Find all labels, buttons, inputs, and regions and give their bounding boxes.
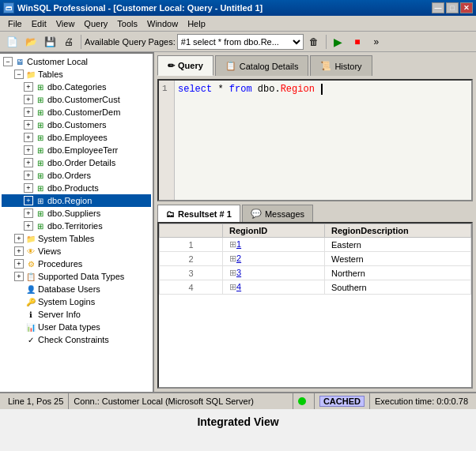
tree-sys-tables-label: System Tables	[38, 234, 94, 243]
pk-link-3[interactable]: 3	[236, 268, 241, 277]
tree-user-datatypes[interactable]: 📊 User Data types	[2, 321, 151, 333]
list-item[interactable]: + ⊞ dbo.Suppliers	[2, 207, 151, 220]
minimize-button[interactable]: —	[432, 2, 444, 13]
menu-help[interactable]: Help	[183, 17, 210, 30]
editor-content[interactable]: select * from dbo.Region	[175, 81, 471, 200]
table-expand-icon[interactable]: +	[24, 183, 33, 193]
open-button[interactable]: 📂	[22, 33, 40, 51]
more-button[interactable]: »	[368, 33, 385, 51]
tab-messages[interactable]: 💬 Messages	[242, 205, 313, 222]
tree-server-info[interactable]: ℹ Server Info	[2, 308, 151, 321]
menu-view[interactable]: View	[51, 17, 80, 30]
root-expand-icon[interactable]: −	[3, 57, 13, 66]
table-expand-icon[interactable]: +	[24, 107, 33, 117]
tree-check-constraints[interactable]: ✓ Check Constraints	[2, 333, 151, 346]
list-item[interactable]: + ⊞ dbo.Employees	[2, 131, 151, 144]
tab-resultset[interactable]: 🗂 Resultset # 1	[157, 205, 240, 222]
col-header-region-id[interactable]: RegionID	[223, 224, 325, 238]
tab-history[interactable]: 📜 History	[310, 55, 372, 76]
sys-tables-expand-icon[interactable]: +	[14, 234, 24, 243]
table-expand-icon[interactable]: +	[24, 82, 33, 92]
maximize-button[interactable]: □	[446, 2, 459, 13]
query-pages-dropdown[interactable]: #1 select * from dbo.Re...	[177, 34, 304, 50]
tree-procedures-folder[interactable]: + ⚙ Procedures	[2, 257, 151, 270]
tree-tables-label: Tables	[38, 70, 63, 79]
run-button[interactable]: ▶	[330, 33, 347, 51]
line-number-1: 1	[162, 84, 171, 93]
datatypes-expand-icon[interactable]: +	[14, 272, 24, 281]
table-expand-icon[interactable]: +	[24, 221, 33, 231]
save-button[interactable]: 💾	[41, 33, 59, 51]
list-item[interactable]: + ⊞ dbo.EmployeeTerr	[2, 144, 151, 156]
tree-root-node[interactable]: − 🖥 Customer Local	[2, 55, 151, 68]
tree-views-folder[interactable]: + 👁 Views	[2, 245, 151, 257]
tree-item-label: dbo.Employees	[47, 133, 108, 142]
pk-link-2[interactable]: 2	[236, 254, 241, 263]
list-item[interactable]: + ⊞ dbo.Territories	[2, 220, 151, 232]
table-expand-icon[interactable]: +	[24, 95, 33, 104]
tab-query[interactable]: ✏ Query	[157, 55, 213, 76]
check-constraints-icon: ✓	[25, 334, 36, 345]
views-expand-icon[interactable]: +	[14, 246, 24, 256]
table-expand-icon[interactable]: +	[24, 133, 33, 142]
catalog-tab-label: Catalog Details	[240, 62, 299, 71]
table-expand-icon[interactable]: +	[24, 145, 33, 155]
list-item[interactable]: + ⊞ dbo.CustomerCust	[2, 93, 151, 106]
list-item[interactable]: + ⊞ dbo.Products	[2, 182, 151, 194]
procedures-expand-icon[interactable]: +	[14, 259, 24, 269]
tables-expand-icon[interactable]: −	[14, 70, 24, 79]
tree-sys-logins[interactable]: 🔑 System Logins	[2, 295, 151, 308]
print-button[interactable]: 🖨	[60, 33, 77, 51]
tree-tables-folder[interactable]: − 📁 Tables	[2, 68, 151, 81]
menu-window[interactable]: Window	[142, 17, 183, 30]
tree-datatypes-folder[interactable]: + 📋 Supported Data Types	[2, 270, 151, 283]
table-expand-icon[interactable]: +	[24, 120, 33, 130]
tree-system-tables-folder[interactable]: + 📁 System Tables	[2, 232, 151, 245]
new-button[interactable]: 📄	[3, 33, 21, 51]
table-row: 1 ⊞1 Eastern	[160, 238, 471, 252]
list-item[interactable]: + ⊞ dbo.Categories	[2, 81, 151, 93]
close-button[interactable]: ✕	[460, 2, 473, 13]
menu-bar: File Edit View Query Tools Window Help	[0, 16, 476, 32]
sidebar[interactable]: − 🖥 Customer Local − 📁 Tables + ⊞ dbo.Ca…	[0, 52, 154, 392]
db-users-icon: 👤	[25, 284, 36, 295]
list-item[interactable]: + ⊞ dbo.CustomerDem	[2, 106, 151, 118]
delete-query-button[interactable]: 🗑	[305, 33, 323, 51]
menu-file[interactable]: File	[3, 17, 27, 30]
toolbar-sep1	[81, 35, 81, 49]
menu-query[interactable]: Query	[79, 17, 112, 30]
list-item[interactable]: + ⊞ dbo.Customers	[2, 118, 151, 131]
tree-item-label: dbo.Orders	[47, 171, 91, 180]
tree-db-users[interactable]: 👤 Database Users	[2, 283, 151, 295]
right-panel: ✏ Query 📋 Catalog Details 📜 History 1 se…	[154, 52, 476, 392]
menu-tools[interactable]: Tools	[112, 17, 142, 30]
db-icon: 🖥	[14, 56, 25, 67]
table-expand-icon[interactable]: +	[24, 171, 33, 180]
col-header-region-desc[interactable]: RegionDescription	[324, 224, 470, 238]
list-item[interactable]: + ⊞ dbo.Region	[2, 194, 151, 207]
tab-catalog-details[interactable]: 📋 Catalog Details	[215, 55, 309, 76]
pk-link-1[interactable]: 1	[236, 239, 241, 249]
table-icon: ⊞	[35, 208, 46, 219]
messages-tab-label: Messages	[265, 209, 304, 219]
tree-item-label: dbo.CustomerDem	[47, 107, 120, 117]
tree-item-label: dbo.Suppliers	[47, 209, 100, 218]
server-info-icon: ℹ	[25, 309, 36, 320]
table-expand-icon[interactable]: +	[24, 158, 33, 167]
toolbar: 📄 📂 💾 🖨 Available Query Pages: #1 select…	[0, 32, 476, 52]
list-item[interactable]: + ⊞ dbo.Orders	[2, 169, 151, 182]
status-cached: CACHED	[315, 393, 370, 409]
table-icon: ⊞	[35, 81, 46, 92]
stop-button[interactable]: ■	[349, 33, 366, 51]
menu-edit[interactable]: Edit	[27, 17, 51, 30]
pk-link-4[interactable]: 4	[236, 282, 241, 291]
tree-server-info-label: Server Info	[38, 310, 81, 319]
cell-southern: Southern	[324, 280, 470, 295]
query-editor[interactable]: 1 select * from dbo.Region	[157, 79, 473, 201]
table-expand-icon[interactable]: +	[24, 196, 33, 205]
row-num-4: 4	[160, 280, 223, 295]
tree-item-label: dbo.Order Details	[47, 158, 115, 167]
results-area: 🗂 Resultset # 1 💬 Messages RegionID Regi…	[157, 205, 473, 389]
list-item[interactable]: + ⊞ dbo.Order Details	[2, 156, 151, 169]
table-expand-icon[interactable]: +	[24, 209, 33, 218]
